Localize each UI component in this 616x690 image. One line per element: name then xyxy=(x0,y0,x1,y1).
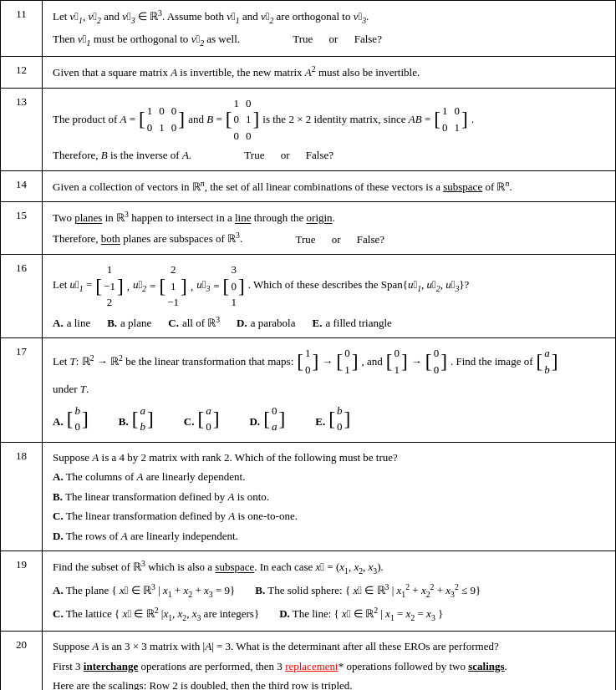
table-row: 12 Given that a square matrix A is inver… xyxy=(1,57,615,89)
row-content: Let T: ℝ2 → ℝ2 be the linear transformat… xyxy=(43,338,615,442)
table-row: 16 Let u⃗1 = [ 1 −1 2 ] , u⃗2 = [ xyxy=(1,255,615,338)
main-table: 11 Let v⃗1, v⃗2 and v⃗3 ∈ ℝ3. Assume bot… xyxy=(0,0,616,690)
row-content: Two planes in ℝ3 happen to intersect in … xyxy=(43,202,615,254)
row-number: 15 xyxy=(1,202,43,254)
row-number: 16 xyxy=(1,255,43,337)
row-content: The product of A = [ 100 010 ] and B = [… xyxy=(43,89,615,170)
row-number: 14 xyxy=(1,171,43,202)
row-number: 19 xyxy=(1,551,43,631)
row-content: Given that a square matrix A is invertib… xyxy=(43,57,615,88)
row-content: Suppose A is a 4 by 2 matrix with rank 2… xyxy=(43,443,615,551)
row-number: 17 xyxy=(1,338,43,442)
row-content: Suppose A is an 3 × 3 matrix with |A| = … xyxy=(43,632,615,690)
row-number: 11 xyxy=(1,1,43,56)
row-content: Let u⃗1 = [ 1 −1 2 ] , u⃗2 = [ 2 xyxy=(43,255,615,337)
row-content: Let v⃗1, v⃗2 and v⃗3 ∈ ℝ3. Assume both v… xyxy=(43,1,615,56)
row-number: 20 xyxy=(1,632,43,690)
table-row: 17 Let T: ℝ2 → ℝ2 be the linear transfor… xyxy=(1,338,615,443)
table-row: 19 Find the subset of ℝ3 which is also a… xyxy=(1,551,615,632)
row-number: 13 xyxy=(1,89,43,170)
table-row: 15 Two planes in ℝ3 happen to intersect … xyxy=(1,202,615,255)
table-row: 11 Let v⃗1, v⃗2 and v⃗3 ∈ ℝ3. Assume bot… xyxy=(1,1,615,57)
row-content: Find the subset of ℝ3 which is also a su… xyxy=(43,551,615,631)
row-content: Given a collection of vectors in ℝn, the… xyxy=(43,171,615,202)
table-row: 18 Suppose A is a 4 by 2 matrix with ran… xyxy=(1,443,615,552)
table-row: 20 Suppose A is an 3 × 3 matrix with |A|… xyxy=(1,632,615,690)
row-number: 12 xyxy=(1,57,43,88)
table-row: 13 The product of A = [ 100 010 ] and B … xyxy=(1,89,615,171)
row-number: 18 xyxy=(1,443,43,551)
table-row: 14 Given a collection of vectors in ℝn, … xyxy=(1,171,615,203)
